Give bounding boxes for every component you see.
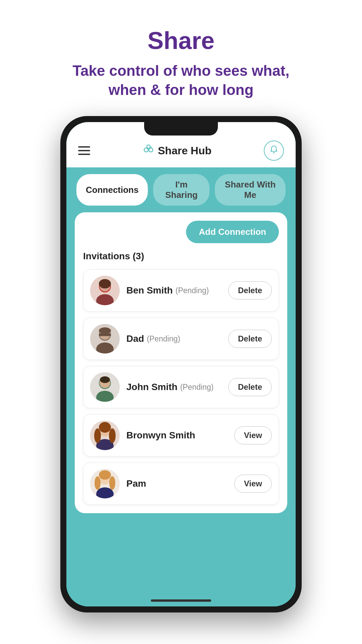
list-item: Bronwyn Smith View xyxy=(83,414,279,457)
svg-point-31 xyxy=(95,476,101,490)
invitations-label: Invitations (3) xyxy=(83,251,279,262)
delete-button[interactable]: Delete xyxy=(228,378,272,396)
svg-point-30 xyxy=(99,470,111,480)
notifications-button[interactable] xyxy=(264,141,284,161)
page-subtitle: Take control of who sees what,when & for… xyxy=(72,61,289,99)
svg-point-32 xyxy=(109,476,115,490)
page-header: Share Take control of who sees what,when… xyxy=(72,27,289,99)
connection-info: John Smith (Pending) xyxy=(126,382,222,392)
connection-name: John Smith xyxy=(126,382,177,392)
tab-connections[interactable]: Connections xyxy=(76,174,148,206)
avatar xyxy=(90,324,120,354)
connection-status: (Pending) xyxy=(147,334,180,343)
tabs-bar: Connections I'm Sharing Shared With Me xyxy=(66,167,296,212)
connection-status: (Pending) xyxy=(180,383,214,392)
home-indicator xyxy=(151,599,211,602)
connection-name: Dad xyxy=(126,333,144,344)
app-content: Share Hub Connections I'm Sharing Shared… xyxy=(66,122,296,606)
svg-point-9 xyxy=(99,279,111,288)
add-connection-row: Add Connection xyxy=(83,221,279,243)
svg-point-14 xyxy=(99,327,111,334)
view-button[interactable]: View xyxy=(234,426,272,444)
phone-frame: Share Hub Connections I'm Sharing Shared… xyxy=(60,116,302,612)
add-connection-button[interactable]: Add Connection xyxy=(186,221,279,243)
connection-info: Ben Smith (Pending) xyxy=(126,285,222,296)
top-bar-title: Share Hub xyxy=(158,145,212,157)
svg-point-26 xyxy=(109,428,116,443)
delete-button[interactable]: Delete xyxy=(228,281,272,300)
hamburger-line-2 xyxy=(78,150,90,151)
avatar xyxy=(90,372,120,402)
connection-status: (Pending) xyxy=(175,286,209,295)
svg-point-25 xyxy=(94,428,101,443)
svg-point-20 xyxy=(100,376,110,383)
main-area: Add Connection Invitations (3) xyxy=(66,212,296,606)
avatar xyxy=(90,469,120,498)
page-title: Share xyxy=(72,27,289,54)
svg-rect-15 xyxy=(99,333,111,336)
list-item: John Smith (Pending) Delete xyxy=(83,366,279,408)
connections-list-card: Add Connection Invitations (3) xyxy=(75,212,287,513)
tab-im-sharing[interactable]: I'm Sharing xyxy=(153,174,209,206)
view-button[interactable]: View xyxy=(234,475,272,493)
delete-button[interactable]: Delete xyxy=(228,330,272,348)
svg-point-24 xyxy=(99,422,111,433)
list-item: Ben Smith (Pending) Delete xyxy=(83,269,279,312)
hamburger-line-1 xyxy=(78,146,90,148)
connection-info: Pam xyxy=(126,478,228,489)
connection-info: Bronwyn Smith xyxy=(126,430,228,441)
hamburger-line-3 xyxy=(78,154,90,155)
bell-icon xyxy=(269,145,279,157)
list-item: Dad (Pending) Delete xyxy=(83,318,279,360)
connection-info: Dad (Pending) xyxy=(126,333,222,344)
list-item: Pam View xyxy=(83,463,279,505)
connection-name: Bronwyn Smith xyxy=(126,430,195,441)
hamburger-menu-button[interactable] xyxy=(78,146,90,155)
tab-shared-with-me[interactable]: Shared With Me xyxy=(215,174,286,206)
avatar xyxy=(90,421,120,450)
phone-inner: Share Hub Connections I'm Sharing Shared… xyxy=(66,122,296,606)
notch xyxy=(144,122,218,136)
share-hub-icon xyxy=(142,143,155,158)
svg-point-2 xyxy=(147,145,150,148)
connection-name: Pam xyxy=(126,478,146,489)
avatar xyxy=(90,276,120,305)
top-bar-center: Share Hub xyxy=(142,143,212,158)
connection-name: Ben Smith xyxy=(126,285,173,296)
